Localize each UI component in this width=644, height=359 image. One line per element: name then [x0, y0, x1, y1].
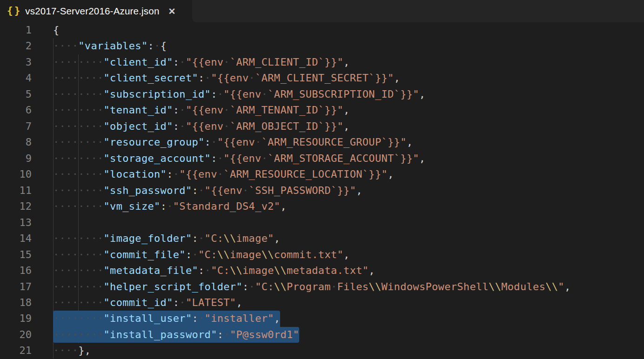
- token-pun: :: [167, 168, 173, 180]
- code-line[interactable]: ········"vm_size":·"Standard_DS4_v2",: [53, 199, 644, 214]
- token-ws: ·: [211, 136, 217, 148]
- code-line[interactable]: ········"helper_script_folder":·"C:\\Pro…: [53, 279, 644, 295]
- code-line[interactable]: ········"subscription_id":·"{{env·`ARM_S…: [53, 86, 644, 102]
- code-line[interactable]: ····"variables":·{: [53, 38, 644, 54]
- token-str: "C:: [211, 265, 230, 276]
- code-line[interactable]: [53, 215, 644, 231]
- line-number: 15: [0, 247, 32, 263]
- code-line[interactable]: ········"storage_account":·"{{env·`ARM_S…: [53, 151, 644, 166]
- token-pun: :: [161, 200, 167, 212]
- token-ws: ········: [53, 329, 104, 340]
- token-key: "client_secret": [104, 72, 198, 84]
- token-str: `ARM_TENANT_ID`}}": [230, 104, 343, 116]
- line-number: 21: [0, 343, 32, 359]
- token-str: "P@ssw0rd1": [230, 329, 299, 340]
- token-esc: \\: [369, 281, 381, 293]
- text-selection: ········"install_user":·"installer",: [53, 311, 280, 326]
- token-str: `ARM_STORAGE_ACCOUNT`}}": [268, 153, 419, 164]
- token-ws: ········: [53, 297, 104, 308]
- code-line[interactable]: ········"image_folder":·"C:\\image",: [53, 231, 644, 246]
- line-number: 19: [0, 311, 32, 326]
- token-str: "{{env: [211, 72, 248, 84]
- token-str: `SSH_PASSWORD`}}": [249, 185, 356, 196]
- token-str: Files: [337, 281, 369, 293]
- code-line[interactable]: ········"object_id":·"{{env·`ARM_OBJECT_…: [53, 119, 644, 134]
- code-line[interactable]: ········"client_id":·"{{env·`ARM_CLIENT_…: [53, 54, 644, 70]
- token-str: "C:: [255, 281, 274, 293]
- line-number: 10: [0, 166, 32, 182]
- token-pun: ,: [419, 153, 426, 164]
- code-line[interactable]: ········"ssh_password":·"{{env·`SSH_PASS…: [53, 183, 644, 199]
- code-line[interactable]: ········"install_password":·"P@ssw0rd1": [53, 327, 644, 343]
- token-pun: :: [173, 104, 180, 116]
- code-line[interactable]: ········"commit_id":·"LATEST",: [53, 295, 644, 311]
- token-pun: ,: [280, 200, 287, 212]
- token-ws: ·: [223, 329, 230, 340]
- token-pun: :: [198, 72, 205, 84]
- code-line[interactable]: ········"metadata_file":·"C:\\image\\met…: [53, 263, 644, 279]
- token-ws: ·: [262, 88, 268, 100]
- token-key: "storage_account": [104, 153, 211, 164]
- token-key: "vm_size": [104, 200, 161, 212]
- token-pun: :: [205, 136, 211, 148]
- token-ws: ·: [179, 104, 186, 116]
- token-ws: ·: [223, 120, 230, 132]
- token-str: "installer": [205, 312, 274, 324]
- editor-tab-bar: {} vs2017-Server2016-Azure.json ✕: [0, 0, 644, 22]
- token-ws: ·: [217, 88, 224, 100]
- token-ws: ········: [53, 72, 104, 84]
- token-pun: ,: [369, 265, 375, 276]
- token-pun: ,: [388, 168, 394, 180]
- code-line[interactable]: {: [53, 22, 644, 38]
- code-area[interactable]: {····"variables":·{········"client_id":·…: [53, 22, 644, 359]
- token-ws: ········: [53, 88, 104, 100]
- token-ws: ·: [173, 168, 180, 180]
- token-esc: \\: [274, 265, 287, 276]
- token-key: "commit_id": [104, 297, 173, 308]
- tab-title: vs2017-Server2016-Azure.json: [25, 6, 159, 17]
- close-icon[interactable]: ✕: [168, 6, 176, 17]
- token-ws: ·: [198, 233, 205, 244]
- token-str: "Standard_DS4_v2": [173, 200, 281, 212]
- token-ws: ·: [249, 281, 255, 293]
- line-number: 2: [0, 38, 32, 54]
- token-str: metadata.txt": [287, 265, 369, 276]
- json-file-icon: {}: [7, 5, 21, 16]
- token-key: "install_password": [104, 329, 217, 340]
- token-str: Program: [287, 281, 331, 293]
- token-pun: ,: [236, 297, 242, 308]
- token-str: "{{env: [223, 88, 261, 100]
- token-ws: ·: [223, 104, 230, 116]
- token-pun: ,: [407, 136, 413, 148]
- token-ws: ········: [53, 136, 104, 148]
- token-str: "{{env: [205, 185, 242, 196]
- token-esc: \\: [217, 249, 230, 260]
- token-ws: ····: [53, 40, 78, 52]
- token-key: "tenant_id": [104, 104, 173, 116]
- tab-vs2017-server2016-azure-json[interactable]: {} vs2017-Server2016-Azure.json ✕: [0, 0, 192, 22]
- token-ws: ········: [53, 233, 104, 244]
- token-pun: :: [173, 56, 180, 68]
- token-ws: ····: [53, 345, 78, 356]
- token-ws: ·: [179, 120, 186, 132]
- code-line[interactable]: ········"tenant_id":·"{{env·`ARM_TENANT_…: [53, 102, 644, 118]
- code-line[interactable]: ········"commit_file":·"C:\\image\\commi…: [53, 247, 644, 263]
- code-line[interactable]: ········"install_user":·"installer",: [53, 311, 644, 326]
- token-str: commit.txt": [274, 249, 343, 260]
- token-ws: ·: [179, 56, 186, 68]
- token-str: `ARM_SUBSCRIPTION_ID`}}": [268, 88, 419, 100]
- token-ws: ········: [53, 281, 104, 293]
- code-line[interactable]: ········"client_secret":·"{{env·`ARM_CLI…: [53, 70, 644, 86]
- line-number: 4: [0, 70, 32, 86]
- token-str: "{{env: [186, 104, 223, 116]
- code-line[interactable]: ········"resource_group":·"{{env·`ARM_RE…: [53, 134, 644, 150]
- token-str: image: [230, 249, 262, 260]
- token-pun: ,: [394, 72, 401, 84]
- token-esc: \\: [230, 265, 242, 276]
- token-pun: ,: [419, 88, 426, 100]
- token-str: "C:: [198, 249, 217, 260]
- token-pun: :: [186, 249, 192, 260]
- line-number: 12: [0, 199, 32, 214]
- code-line[interactable]: ····},: [53, 343, 644, 359]
- code-line[interactable]: ········"location":·"{{env·`ARM_RESOURCE…: [53, 166, 644, 182]
